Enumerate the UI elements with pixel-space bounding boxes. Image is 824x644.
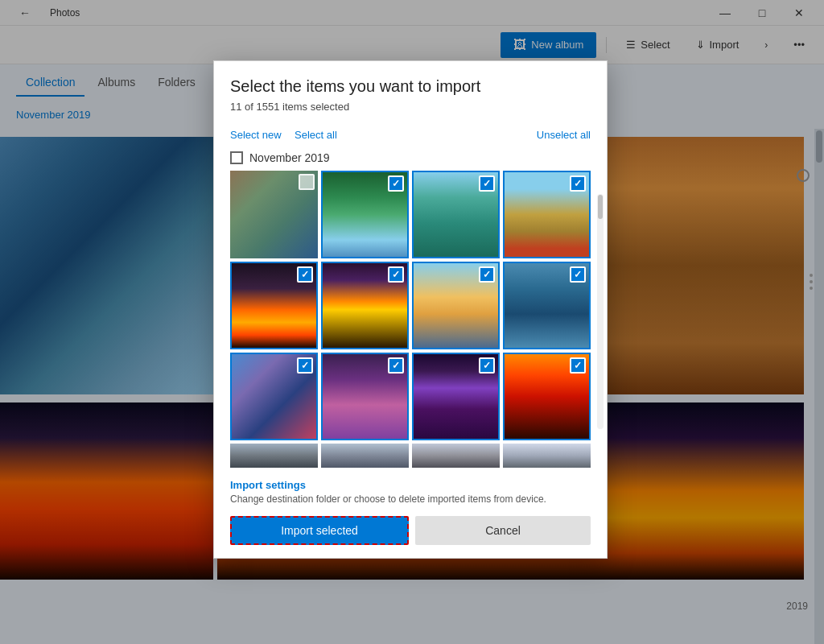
import-dialog: Select the items you want to import 11 o…: [213, 60, 608, 559]
photo-item-4[interactable]: [503, 171, 591, 258]
dialog-footer: Import selected Cancel: [214, 508, 607, 558]
photo-item-11[interactable]: [412, 353, 500, 440]
photo-check-5: [297, 266, 313, 283]
dialog-scrollbar[interactable]: [597, 194, 604, 429]
photo-item-6[interactable]: [321, 262, 409, 349]
photo-grid: [214, 171, 607, 440]
photo-check-6: [388, 266, 404, 283]
photo-item-5[interactable]: [230, 262, 318, 349]
dialog-title: Select the items you want to import: [230, 77, 591, 96]
photo-item-12[interactable]: [503, 353, 591, 440]
import-settings-link[interactable]: Import settings: [230, 479, 306, 491]
dialog-actions-row: Select new Select all Unselect all: [214, 127, 607, 148]
select-new-link[interactable]: Select new: [230, 129, 282, 141]
photo-item-2[interactable]: [321, 171, 409, 258]
photo-check-12: [570, 357, 586, 374]
photo-item-10[interactable]: [321, 353, 409, 440]
photo-check-2: [388, 175, 404, 192]
photo-check-10: [388, 357, 404, 374]
photo-check-3: [479, 175, 495, 192]
month-checkbox[interactable]: [230, 151, 243, 164]
month-row: November 2019: [214, 148, 607, 171]
dialog-scrollbar-thumb[interactable]: [598, 195, 603, 219]
photo-item-7[interactable]: [412, 262, 500, 349]
dialog-header: Select the items you want to import 11 o…: [214, 61, 607, 127]
import-selected-button[interactable]: Import selected: [230, 516, 409, 545]
photo-check-11: [479, 357, 495, 374]
photo-item-1[interactable]: [230, 171, 318, 258]
partial-photo-2: [321, 444, 409, 468]
dialog-subtitle: 11 of 1551 items selected: [230, 101, 591, 113]
photo-check-8: [570, 266, 586, 283]
photo-uncheck-1: [299, 174, 315, 190]
partial-photo-row: [214, 444, 607, 468]
photo-check-4: [570, 175, 586, 192]
photo-item-9[interactable]: [230, 353, 318, 440]
photo-check-7: [479, 266, 495, 283]
photo-item-8[interactable]: [503, 262, 591, 349]
import-settings-section: Import settings Change destination folde…: [214, 468, 607, 508]
import-settings-desc: Change destination folder or choose to d…: [230, 493, 591, 505]
photo-check-9: [297, 357, 313, 374]
cancel-button[interactable]: Cancel: [415, 516, 591, 545]
partial-photo-4: [503, 444, 591, 468]
partial-photo-3: [412, 444, 500, 468]
photo-item-3[interactable]: [412, 171, 500, 258]
month-label: November 2019: [249, 151, 330, 164]
partial-photo-1: [230, 444, 318, 468]
select-all-link[interactable]: Select all: [295, 129, 337, 141]
selection-actions: Select new Select all: [230, 127, 347, 142]
unselect-all-link[interactable]: Unselect all: [537, 129, 591, 141]
